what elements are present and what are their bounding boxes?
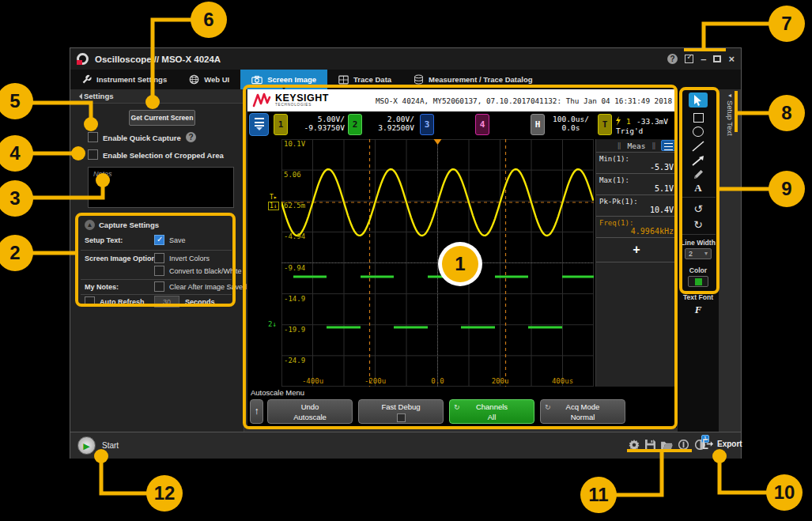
trigger-source: 1 [626,117,631,126]
capture-settings-title: Capture Settings [99,221,159,229]
auto-refresh-checkbox[interactable] [85,296,95,307]
trace-icon [338,75,349,85]
meas-menu-button[interactable] [661,140,676,151]
fast-debug-checkbox[interactable] [397,413,406,422]
callout-1: 1 [442,246,478,282]
clear-after-checkbox[interactable] [154,281,164,292]
export-button[interactable]: Export [703,439,742,449]
setup-text-tab[interactable]: ◂ Setup Text [722,92,738,136]
my-notes-label: My Notes: [85,283,119,291]
info-icon[interactable] [678,439,689,451]
trigger-slope-icon [615,116,621,126]
enable-selection-checkbox[interactable] [88,149,98,160]
invert-colors-checkbox[interactable] [154,253,164,263]
fast-debug-button[interactable]: Fast Debug [358,399,444,424]
redo-button[interactable]: ↻ [689,217,708,232]
get-current-screen-button[interactable]: Get Current Screen [129,110,195,126]
auto-refresh-label: Auto Refresh [100,298,145,306]
settings-header[interactable]: Settings [70,89,244,104]
tab-web-ui[interactable]: Web UI [178,70,240,89]
rectangle-tool-button[interactable] [689,110,708,125]
notes-textarea[interactable]: Notes [88,167,234,208]
setup-text-label: Setup Text [726,100,735,136]
keysight-logo-icon [252,92,271,108]
channel-3-button[interactable]: 3 [420,114,434,135]
channel-4-button[interactable]: 4 [475,114,489,135]
refresh-seconds-input[interactable]: 30 [154,296,179,308]
convert-bw-label: Convert to Black/White [169,267,242,275]
settings-gear-icon[interactable] [628,439,640,451]
add-measurement-button[interactable]: + [596,238,677,262]
measurements-header[interactable]: ‖ Meas ‖ [596,139,677,153]
settings-panel: Settings Get Current Screen Enable Quick… [70,89,244,432]
tab-bar: Instrument Settings Web UI Screen Image … [70,70,741,89]
seconds-label: Seconds [185,298,215,306]
help-icon[interactable]: ? [667,54,678,64]
minimize-button[interactable]: – [701,55,706,63]
undo-autoscale-button[interactable]: Undo Autoscale [267,399,353,424]
bottom-icon-strip: 1 [628,439,706,451]
scope-id-text: MSO-X 4024A, MY52060137, 07.10.201704113… [376,96,672,105]
ellipse-tool-button[interactable] [689,124,708,139]
cycle-icon: ↻ [545,402,551,413]
meas-title: Meas [628,142,646,150]
collapse-circle-icon[interactable]: ▲ [85,220,95,230]
acq-mode-button[interactable]: ↻ Acq Mode Normal [540,399,625,424]
color-picker-button[interactable] [688,276,708,287]
window-controls: ? – × [667,53,735,65]
start-button[interactable]: ▶ Start [77,436,119,455]
grip-icon: ‖ [617,142,621,149]
h-scale: 100.0us/ [548,115,594,123]
menu-up-button[interactable]: ↑ [250,399,263,424]
open-folder-icon[interactable] [661,439,673,451]
channel-2-button[interactable]: 2 [348,114,362,135]
divider [681,234,716,235]
text-tool-button[interactable]: A [689,180,708,195]
autoscale-title: Autoscale Menu [251,388,304,397]
save-icon[interactable] [644,439,656,451]
quick-capture-help-icon[interactable]: ? [186,132,196,142]
content-area: Settings Get Current Screen Enable Quick… [70,89,741,432]
meas-row-pkpk[interactable]: Pk-Pk(1): 10.4V [596,195,677,217]
line-tool-button[interactable] [689,138,708,153]
maximize-button[interactable] [713,55,721,62]
enable-quick-capture-checkbox[interactable] [88,132,98,142]
close-button[interactable]: × [728,53,735,65]
save-checkbox[interactable] [154,235,164,245]
callout-9: 9 [769,171,805,207]
font-button[interactable]: F [678,304,719,316]
horizontal-button[interactable]: H [531,114,545,135]
tab-measurement-datalog[interactable]: Measurement / Trace Datalog [402,70,543,89]
convert-bw-checkbox[interactable] [154,266,164,276]
channel-1-button[interactable]: 1 [274,114,288,135]
meas-row-min[interactable]: Min(1): -5.3V [596,153,677,174]
cursor-icon [693,95,703,106]
undo-icon: ↺ [693,202,703,215]
channels-all-button[interactable]: ↻ Channels All [449,399,534,424]
h-delay: 0.0s [548,123,594,132]
camera-icon [251,75,262,85]
setup-text-label: Setup Text: [85,236,123,244]
callout-8: 8 [769,95,805,131]
svg-text:-24.9: -24.9 [284,357,305,364]
line-width-dropdown[interactable]: 2 [685,248,712,259]
rectangle-icon [693,113,704,123]
undo-button[interactable]: ↺ [689,201,708,216]
scope-menu-button[interactable] [249,113,269,136]
color-swatch [695,278,702,285]
tab-trace-data[interactable]: Trace Data [327,70,402,89]
ellipse-icon [693,126,704,137]
select-tool-button[interactable] [689,92,708,108]
meas-row-freq[interactable]: Freq(1): 4.9964kHz [596,217,677,238]
play-icon: ▶ [77,436,96,455]
feedback-icon[interactable] [685,55,693,63]
pencil-icon [693,168,704,180]
ch1-scale: 5.00V/ [291,115,345,123]
tab-screen-image[interactable]: Screen Image [240,70,327,89]
separator [81,294,232,295]
meas-row-max[interactable]: Max(1): 5.1V [596,174,677,195]
callout-3: 3 [0,180,33,217]
trigger-button[interactable]: T [598,114,612,135]
tab-instrument-settings[interactable]: Instrument Settings [70,70,178,89]
arrow-tool-button[interactable] [689,153,708,168]
